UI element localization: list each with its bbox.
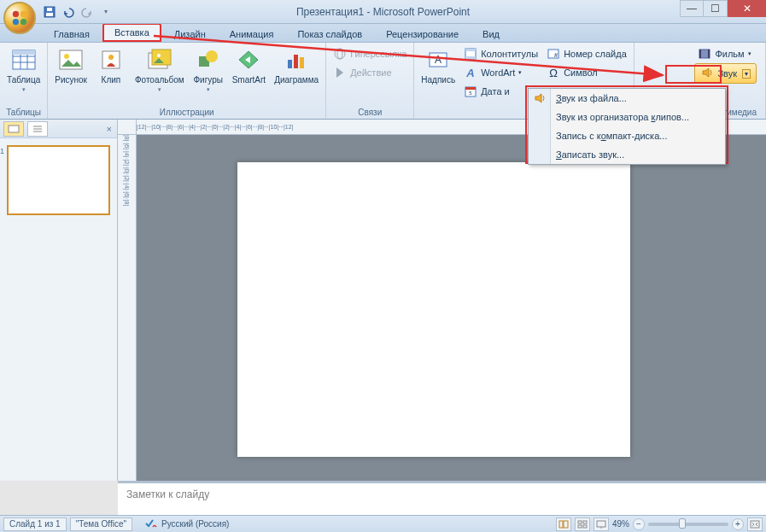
svg-rect-55 [751,521,759,528]
undo-icon[interactable] [61,5,75,19]
slidenumber-button[interactable]: # Номер слайда [543,44,630,63]
zoom-slider-thumb[interactable] [679,518,686,529]
quick-access-toolbar: ▾ [43,5,113,19]
tab-animation[interactable]: Анимация [219,26,285,42]
zoom-slider[interactable] [648,523,728,526]
svg-rect-52 [583,525,587,528]
office-logo-icon [10,9,29,27]
spellcheck-icon[interactable] [144,517,158,531]
svg-text:#: # [554,52,558,58]
svg-point-0 [13,11,19,17]
menu-record-sound[interactable]: Записать звук... [529,145,725,164]
headerfooter-label: Колонтитулы [481,49,538,59]
table-button[interactable]: Таблица ▾ [3,44,44,95]
svg-rect-53 [597,521,605,527]
maximize-button[interactable]: ☐ [704,0,728,17]
symbol-button[interactable]: Ω Символ [543,63,630,82]
movie-label: Фильм [715,49,744,59]
tab-design[interactable]: Дизайн [163,26,217,42]
notes-pane[interactable]: Заметки к слайду [118,481,766,515]
svg-rect-31 [465,56,476,59]
qat-dropdown-icon[interactable]: ▾ [99,5,113,19]
svg-rect-51 [578,525,582,528]
dropdown-arrow-icon: ▾ [748,50,751,57]
panel-close-button[interactable]: × [107,124,112,134]
clip-button[interactable]: Клип [92,44,130,86]
shapes-label: Фигуры [193,75,222,85]
smartart-label: SmartArt [232,75,266,85]
svg-rect-43 [9,126,19,132]
wordart-button[interactable]: A WordArt ▾ [460,63,541,82]
links-group-label: Связи [330,106,410,119]
status-theme[interactable]: "Тема Office" [70,517,132,531]
zoom-out-button[interactable]: − [633,518,645,530]
svg-rect-48 [564,521,568,528]
sound-label: Звук [717,68,737,79]
action-icon [333,66,347,79]
svg-rect-41 [708,50,710,58]
shapes-icon [195,46,222,73]
menu-label: Звук из организатора клипов... [556,112,689,122]
title-bar: ▾ Презентация1 - Microsoft PowerPoint — … [0,0,766,24]
zoom-percent[interactable]: 49% [612,519,629,529]
slideshow-view-button[interactable] [594,517,609,531]
movie-button[interactable]: Фильм ▾ [694,44,757,63]
album-button[interactable]: Фотоальбом ▾ [132,44,188,95]
office-button[interactable] [3,2,36,34]
slide-thumbnail-1[interactable]: 1 [7,145,110,215]
minimize-button[interactable]: — [680,0,704,17]
tab-insert[interactable]: Вставка [102,23,161,42]
sorter-view-button[interactable] [575,517,590,531]
outline-tab[interactable] [27,121,48,137]
menu-sound-from-file[interactable]: Звук из файла... [529,89,725,108]
svg-point-2 [13,19,19,25]
svg-point-1 [20,11,26,17]
svg-rect-22 [288,60,292,68]
zoom-in-button[interactable]: + [732,518,744,530]
tab-view[interactable]: Вид [471,26,511,42]
save-icon[interactable] [43,5,56,19]
tab-slideshow[interactable]: Показ слайдов [286,26,373,42]
close-button[interactable]: ✕ [728,0,766,17]
action-label: Действие [350,67,391,78]
redo-icon[interactable] [80,5,94,19]
headerfooter-icon [464,47,477,61]
picture-label: Рисунок [55,75,87,85]
svg-rect-40 [699,50,701,58]
ruler-corner [118,120,137,135]
sorter-view-icon [577,520,588,529]
menu-sound-from-cd[interactable]: Запись с компакт-диска... [529,126,725,145]
headerfooter-button[interactable]: Колонтитулы [460,44,541,63]
wordart-label: WordArt [481,67,515,78]
tab-home[interactable]: Главная [43,26,101,42]
wordart-icon: A [464,66,477,79]
slides-tab[interactable] [3,121,24,137]
status-slide-count[interactable]: Слайд 1 из 1 [3,517,67,531]
shapes-button[interactable]: Фигуры ▾ [190,44,227,95]
menu-sound-from-organizer[interactable]: Звук из организатора клипов... [529,108,725,126]
svg-rect-50 [583,521,587,523]
picture-button[interactable]: Рисунок [51,44,91,86]
window-title: Презентация1 - Microsoft PowerPoint [296,6,470,18]
action-button[interactable]: Действие [330,63,410,82]
svg-rect-24 [300,57,304,68]
dropdown-arrow-icon: ▾ [207,86,210,93]
slidenumber-icon: # [547,47,560,61]
normal-view-button[interactable] [556,517,571,531]
slide-canvas[interactable] [237,162,630,457]
chart-button[interactable]: Диаграмма [271,44,322,86]
ribbon-group-illustrations: Рисунок Клип Фотоальбом ▾ Фигуры ▾ Smart… [48,43,326,119]
svg-text:A: A [465,67,474,79]
status-language[interactable]: Русский (Россия) [161,519,229,529]
svg-rect-23 [294,55,298,68]
slidenumber-label: Номер слайда [564,49,627,59]
smartart-button[interactable]: SmartArt [229,44,269,86]
tab-review[interactable]: Рецензирование [375,26,470,42]
slides-panel: × 1 [0,120,118,481]
notes-placeholder: Заметки к слайду [126,488,209,500]
hyperlink-label: Гиперссылка [350,49,406,59]
fit-window-button[interactable] [747,517,763,531]
sound-button[interactable]: Звук ▾ [694,63,757,84]
textbox-button[interactable]: A Надпись [418,44,459,86]
hyperlink-button[interactable]: Гиперссылка [330,44,410,63]
